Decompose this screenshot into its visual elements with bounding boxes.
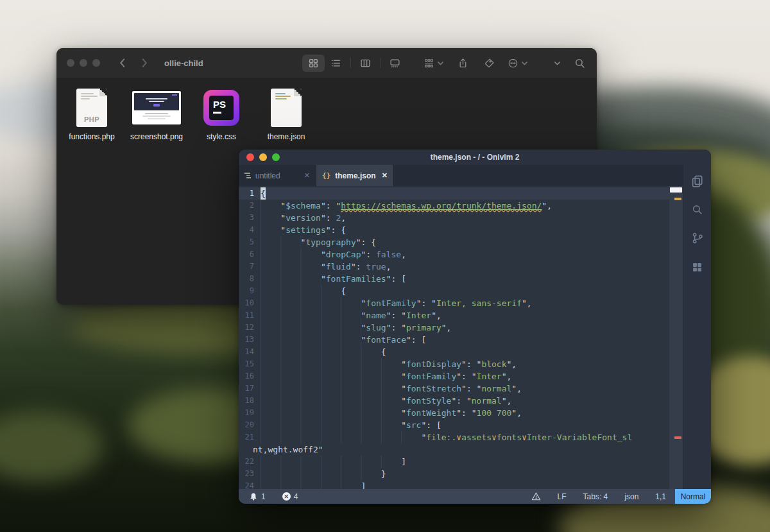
tags-button[interactable] <box>484 58 495 69</box>
code-line-22[interactable]: 22] <box>239 456 683 468</box>
more-button[interactable] <box>508 58 529 69</box>
view-switcher <box>302 55 406 72</box>
tab-theme.json[interactable]: {}theme.json✕ <box>316 165 394 186</box>
toolbar-overflow-button[interactable] <box>553 59 561 67</box>
zoom-button[interactable] <box>92 59 100 67</box>
back-button[interactable] <box>117 57 128 69</box>
line-number: 14 <box>239 346 261 358</box>
finder-file-grid: PHPfunctions.phpscreenshot.pngPSstyle.cs… <box>56 78 597 141</box>
code-line-8[interactable]: 8"fontFamilies": [ <box>239 273 683 285</box>
minimize-button[interactable] <box>80 59 87 67</box>
forward-button[interactable] <box>139 57 150 69</box>
search-button[interactable] <box>574 58 585 69</box>
extensions-button[interactable] <box>691 261 703 273</box>
tab-label: untitled <box>255 171 280 180</box>
code-line-20[interactable]: 20"src": [ <box>239 419 683 431</box>
code-line-12[interactable]: 12"slug": "primary", <box>239 322 683 334</box>
tab-size-indicator[interactable]: Tabs: 4 <box>583 492 608 501</box>
file-screenshot.png[interactable]: screenshot.png <box>129 88 184 141</box>
code-line-1[interactable]: 1{ <box>239 187 683 200</box>
git-branch-button[interactable] <box>691 232 704 245</box>
list-view-icon <box>330 58 341 69</box>
group-button[interactable] <box>424 58 445 69</box>
vim-mode-indicator: Normal <box>675 489 711 504</box>
scrollbar-warning-mark <box>674 198 681 200</box>
line-ending[interactable]: LF <box>558 492 567 501</box>
statusbar: 1 ✕ 4 LFTabs: 4json1,1 Normal <box>239 489 711 504</box>
phpstorm-file-icon: PS <box>203 90 239 126</box>
line-number: 18 <box>239 395 261 407</box>
close-button[interactable] <box>67 59 74 67</box>
finder-window-title: ollie-child <box>164 58 203 68</box>
notifications-indicator[interactable]: 1 <box>249 492 266 501</box>
copy-icon <box>690 174 704 187</box>
search-button[interactable] <box>692 204 703 215</box>
code-line-21[interactable]: 21"file:.∨assets∨fonts∨Inter-VariableFon… <box>239 431 683 443</box>
close-icon[interactable]: ✕ <box>382 171 388 180</box>
tag-icon <box>484 58 495 69</box>
line-number: 23 <box>239 468 261 480</box>
file-functions.php[interactable]: PHPfunctions.php <box>64 88 119 141</box>
line-number: 12 <box>239 322 261 334</box>
code-line-7[interactable]: 7"fluid": true, <box>239 261 683 273</box>
code-line-17[interactable]: 17"fontStretch": "normal", <box>239 382 683 395</box>
code-line-15[interactable]: 15"fontDisplay": "block", <box>239 358 683 370</box>
file-label: functions.php <box>69 132 114 141</box>
cursor: { <box>261 187 266 200</box>
braces-icon: {} <box>322 171 330 180</box>
column-view-button[interactable] <box>354 55 377 72</box>
code-line-11[interactable]: 11"name": "Inter", <box>239 309 683 322</box>
tab-untitled[interactable]: untitled✕ <box>239 165 316 186</box>
code-line-14[interactable]: 14{ <box>239 346 683 358</box>
cursor-position[interactable]: 1,1 <box>655 492 666 501</box>
grid-view-icon <box>308 58 319 69</box>
notification-count: 1 <box>261 492 266 501</box>
code-line-10[interactable]: 10"fontFamily": "Inter, sans-serif", <box>239 297 683 309</box>
language-indicator[interactable]: json <box>624 492 638 501</box>
onivim-window: theme.json - / - Onivim 2 untitled✕{}the… <box>239 150 711 504</box>
code-line-23[interactable]: 23} <box>239 468 683 480</box>
code-line-9[interactable]: 9{ <box>239 285 683 297</box>
toolbar-actions <box>406 58 529 69</box>
line-number: 24 <box>239 480 261 489</box>
json-file-icon <box>271 89 302 127</box>
code-line-16[interactable]: 16"fontFamily": "Inter", <box>239 370 683 382</box>
code-line-13[interactable]: 13"fontFace": [ <box>239 334 683 346</box>
bell-icon <box>249 492 258 501</box>
grid-view-button[interactable] <box>302 55 325 72</box>
close-icon[interactable]: ✕ <box>304 171 310 180</box>
code-line-18[interactable]: 18"fontStyle": "normal", <box>239 395 683 407</box>
editor-tabbar: untitled✕{}theme.json✕ <box>239 165 683 186</box>
file-style.css[interactable]: PSstyle.css <box>194 88 249 141</box>
group-icon <box>424 58 434 69</box>
copy-button[interactable] <box>690 174 704 187</box>
file-label: theme.json <box>268 132 305 141</box>
chevron-right-icon <box>139 57 150 69</box>
line-number: 6 <box>239 248 261 261</box>
share-button[interactable] <box>458 58 468 69</box>
code-line-5[interactable]: 5"typography": { <box>239 236 683 248</box>
code-line-24[interactable]: 24] <box>239 480 683 489</box>
code-editor[interactable]: 1{2"$schema": "https://schemas.wp.org/tr… <box>239 186 683 489</box>
code-line-3[interactable]: 3"version": 2, <box>239 212 683 224</box>
code-line-19[interactable]: 19"fontWeight": "100 700", <box>239 407 683 419</box>
errors-indicator[interactable]: ✕ 4 <box>282 492 298 501</box>
code-line-wrap[interactable]: nt,wght.woff2" <box>239 443 683 456</box>
line-number: 21 <box>239 431 261 443</box>
chevron-left-icon <box>117 57 128 69</box>
chevron-down-icon <box>436 59 445 67</box>
line-number: 16 <box>239 370 261 382</box>
line-number: 20 <box>239 419 261 431</box>
list-view-button[interactable] <box>325 55 347 72</box>
editor-scrollbar[interactable] <box>669 186 683 489</box>
line-number <box>239 443 253 456</box>
line-number: 7 <box>239 261 261 273</box>
code-line-4[interactable]: 4"settings": { <box>239 224 683 236</box>
warning-icon[interactable] <box>531 492 541 501</box>
file-theme.json[interactable]: theme.json <box>259 88 314 141</box>
gallery-view-button[interactable] <box>384 55 406 72</box>
code-line-2[interactable]: 2"$schema": "https://schemas.wp.org/trun… <box>239 200 683 212</box>
scrollbar-thumb[interactable] <box>670 187 682 193</box>
code-line-6[interactable]: 6"dropCap": false, <box>239 248 683 261</box>
file-type-badge: PHP <box>76 116 107 123</box>
